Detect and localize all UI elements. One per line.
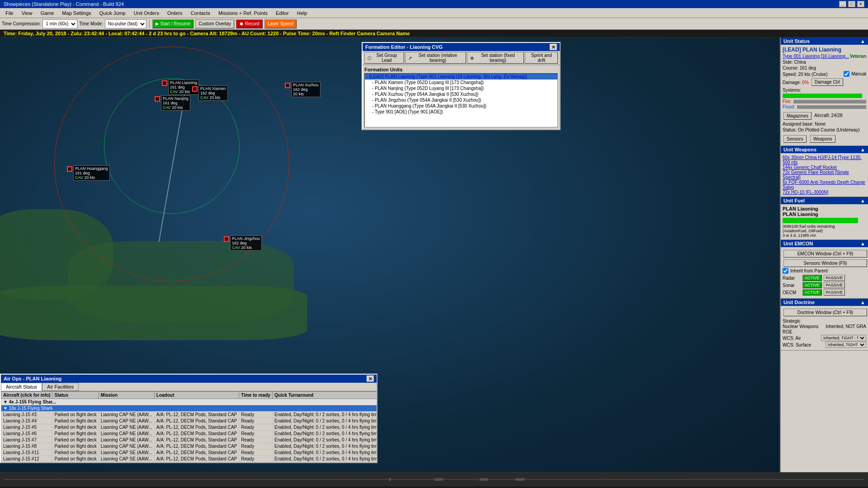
fe-toolbar: ⬡ Set Group Lead ↗ Set station (relative… <box>363 51 560 65</box>
sprint-and-drift-button[interactable]: Sprint and drift <box>525 52 558 64</box>
table-row[interactable]: Liaoning J-15 #6 Parked on flight deck L… <box>1 431 377 437</box>
magazines-button[interactable]: Magazines <box>783 112 811 120</box>
time-mode-select[interactable]: No-pulse (fast) <box>105 19 146 28</box>
menu-help[interactable]: Help <box>293 9 311 17</box>
manual-checkbox[interactable] <box>844 71 849 77</box>
aircraft-turnaround: Enabled, Day/Night: 0 / 2 sorties, 0 / 4… <box>273 450 377 456</box>
tab-air-facilities[interactable]: Air Facilities <box>42 383 79 391</box>
unit-doctrine-header[interactable]: Unit Doctrine ▲ <box>781 299 868 306</box>
veteran-badge: Veteran <box>850 54 866 59</box>
timeline-content: 0 1500 3000 4000 <box>4 479 864 480</box>
fe-unit-7[interactable]: - Type 901 [AOE] (Type 901 [AOE]) <box>365 109 557 115</box>
laser-speed-button[interactable]: Laser Speed <box>264 19 297 28</box>
unit-doctrine-title: Unit Doctrine <box>783 300 815 305</box>
wcs-air-select[interactable]: Inherited, TIGHT - f <box>821 335 866 341</box>
weapon-5[interactable]: 72x HQ-10 [FL-3000N] <box>783 190 866 195</box>
radar-passive-button[interactable]: PASSIVE <box>824 275 845 281</box>
aircraft-ready: Ready <box>239 437 273 443</box>
oecm-passive-button[interactable]: PASSIVE <box>824 289 845 296</box>
custom-overlay-button[interactable]: Custom Overlay <box>195 19 234 28</box>
map-area[interactable]: PLAN Liaoning161 degCAV 20 kts PLAN Xiam… <box>0 38 780 472</box>
aircraft-loadout: A/A: PL-12, DECM Pods, Standard CAP <box>154 412 239 418</box>
doctrine-window-button[interactable]: Doctrine Window (Ctrl + F9) <box>783 309 867 316</box>
aircraft-name: Liaoning J-15 #3 <box>1 412 52 418</box>
inherit-parent-checkbox[interactable] <box>783 268 788 274</box>
menu-orders[interactable]: Orders <box>164 9 186 17</box>
table-row[interactable]: Liaoning J-15 #4 Parked on flight deck L… <box>1 418 377 424</box>
menu-map-settings[interactable]: Map Settings <box>58 9 94 17</box>
group-row-2[interactable]: ▼ 18x J-15 Flying Shark <box>1 405 377 412</box>
nuclear-row: Nuclear Weapons Inherited, NOT GRA <box>783 324 866 329</box>
set-station-relative-button[interactable]: ↗ Set station (relative bearing) <box>405 52 467 64</box>
time-compression-select[interactable]: 1 min (60x) <box>42 19 77 28</box>
menu-file[interactable]: File <box>2 9 17 17</box>
fe-unit-6[interactable]: - PLAN Huanggang (Type 054A Jiangkai II … <box>365 103 557 109</box>
menu-editor[interactable]: Editor <box>272 9 292 17</box>
oecm-active-button[interactable]: ACTIVE <box>802 289 822 296</box>
menu-contacts[interactable]: Contacts <box>187 9 214 17</box>
aircraft-ready: Ready <box>239 418 273 424</box>
unit-emcon-header[interactable]: Unit EMCON ▲ <box>781 240 868 247</box>
set-station-fixed-button[interactable]: ⊕ Set station (fixed bearing) <box>467 52 524 64</box>
wcs-surface-select[interactable]: Inherited, TIGHT <box>826 342 866 348</box>
fe-unit-1[interactable]: - [LEAD] PLAN Liaoning (Type 001 Liaonin… <box>365 74 557 80</box>
aircraft-table: Aircraft (click for info) Status Mission… <box>1 391 377 462</box>
fe-unit-4[interactable]: - PLAN Xuzhou (Type 054A Jiangkai II [53… <box>365 91 557 97</box>
tab-aircraft-status[interactable]: Aircraft Status <box>1 383 42 391</box>
fe-unit-3[interactable]: - PLAN Nanjing (Type 052D Luyang III [17… <box>365 85 557 91</box>
statusbar: Time: Friday, July 20, 2018 - Zulu: 23:4… <box>0 30 868 38</box>
menu-quick-jump[interactable]: Quick Jump <box>96 9 129 17</box>
aircraft-ready: Ready <box>239 424 273 431</box>
unit-icon-liaoning <box>162 80 167 86</box>
weapon-3[interactable]: 72x Generic Flare Rocket [Single Spectra… <box>783 170 866 180</box>
table-row[interactable]: Liaoning J-15 #11 Parked on flight deck … <box>1 450 377 456</box>
emcon-window-button[interactable]: EMCON Window (Ctrl + F9) <box>783 250 867 258</box>
table-row[interactable]: Liaoning J-15 #12 Parked on flight deck … <box>1 456 377 462</box>
damage-ctrl-button[interactable]: Damage Ctrl <box>811 78 843 86</box>
fe-tree[interactable]: - [LEAD] PLAN Liaoning (Type 001 Liaonin… <box>364 73 558 127</box>
weapon-4[interactable]: 6x FQF-6000 Anti-Torpedo Depth Charge Sa… <box>783 180 866 190</box>
table-row[interactable]: Liaoning J-15 #5 Parked on flight deck L… <box>1 424 377 431</box>
fe-close-button[interactable]: ✕ <box>550 44 557 50</box>
maximize-button[interactable]: □ <box>848 1 855 7</box>
ao-titlebar: Air Ops - PLAN Liaoning ✕ <box>1 375 377 383</box>
radar-active-button[interactable]: ACTIVE <box>802 275 822 281</box>
set-group-lead-button[interactable]: ⬡ Set Group Lead <box>364 52 404 64</box>
unit-fuel-header[interactable]: Unit Fuel ▲ <box>781 197 868 204</box>
sonar-passive-button[interactable]: PASSIVE <box>824 282 845 288</box>
ao-close-button[interactable]: ✕ <box>367 375 374 382</box>
minimize-button[interactable]: _ <box>839 1 846 7</box>
weapons-button[interactable]: Weapons <box>810 135 835 143</box>
ao-table[interactable]: Aircraft (click for info) Status Mission… <box>1 391 377 462</box>
unit-type-link[interactable]: Type 001 Liaoning [16 Liaoning... <box>783 54 849 59</box>
close-button[interactable]: ✕ <box>857 1 864 7</box>
fe-unit-5[interactable]: - PLAN Jingzhou (Type 054A Jiangkai II [… <box>365 97 557 103</box>
table-row[interactable]: Liaoning J-15 #3 Parked on flight deck L… <box>1 412 377 418</box>
sonar-active-button[interactable]: ACTIVE <box>802 282 822 288</box>
weapon-2[interactable]: 144x Generic Chaff Rocket <box>783 165 866 170</box>
unit-weapons-header[interactable]: Unit Weapons ▲ <box>781 146 868 153</box>
record-button[interactable]: ⏺ Record <box>236 19 263 28</box>
group-row-1[interactable]: ▼ 4x J-155 Flying Shar... <box>1 399 377 405</box>
sensors-button[interactable]: Sensors <box>783 135 807 143</box>
menu-view[interactable]: View <box>18 9 36 17</box>
unit-status-content: [LEAD] PLAN Liaoning Type 001 Liaoning [… <box>781 45 868 145</box>
unit-status-header[interactable]: Unit Status ▲ <box>781 38 868 45</box>
aircraft-status: Parked on flight deck <box>52 424 99 431</box>
table-row[interactable]: Liaoning J-15 #8 Parked on flight deck L… <box>1 443 377 450</box>
menu-missions-ref-points[interactable]: Missions + Ref. Points <box>215 9 271 17</box>
sensors-window-button[interactable]: Sensors Window (F9) <box>783 259 867 267</box>
action-buttons: Magazines Aircraft: 24/28 <box>783 111 866 121</box>
fe-unit-2[interactable]: - PLAN Xiamen (Type 052D Luyang III [173… <box>365 80 557 85</box>
doctrine-collapse-icon: ▲ <box>860 300 865 305</box>
menu-game[interactable]: Game <box>37 9 57 17</box>
start-resume-button[interactable]: ▶ Start / Resume <box>152 19 193 28</box>
group-label-1: ▼ 4x J-155 Flying Shar... <box>1 399 377 405</box>
weapon-1[interactable]: 60x 30mm China HJ/PJ-14 [Type 1130, 500 … <box>783 155 866 165</box>
sonar-label: Sonar <box>783 283 801 288</box>
fuel-collapse-icon: ▲ <box>860 198 865 203</box>
table-row[interactable]: Liaoning J-15 #7 Parked on flight deck L… <box>1 437 377 443</box>
fe-title: Formation Editor - Liaoning CVG <box>365 44 443 50</box>
manual-checkbox-row: Manual <box>844 71 866 77</box>
menu-unit-orders[interactable]: Unit Orders <box>130 9 163 17</box>
